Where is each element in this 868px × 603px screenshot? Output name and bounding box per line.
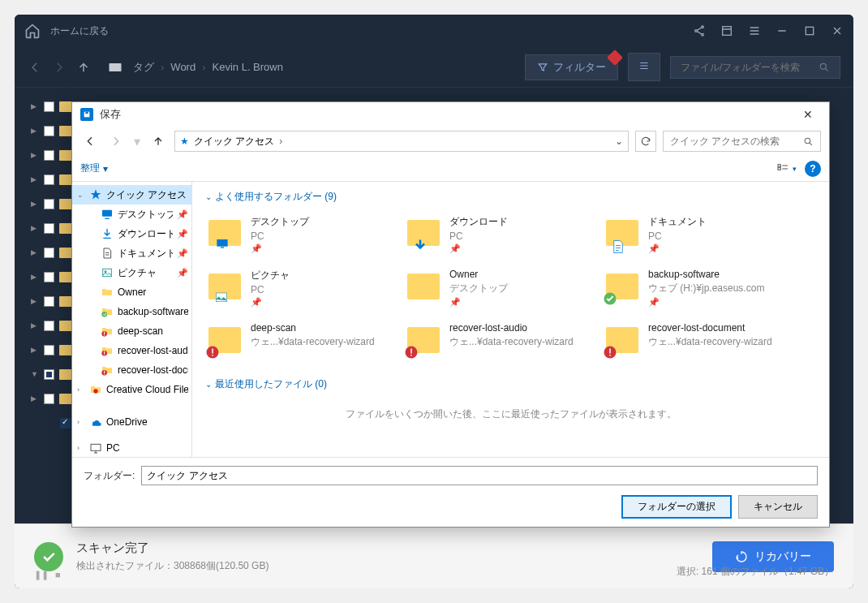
expand-icon[interactable]: ⌄ bbox=[77, 191, 85, 199]
sidebar-item-warn-folder[interactable]: deep-scan bbox=[72, 321, 191, 341]
folder-name: backup-software bbox=[648, 269, 790, 280]
onedrive-icon bbox=[89, 416, 102, 429]
folder-location: PC bbox=[251, 230, 393, 242]
dlg-back-icon[interactable] bbox=[80, 131, 100, 151]
sidebar-item-cc[interactable]: ›Creative Cloud Files bbox=[72, 380, 191, 399]
cancel-button[interactable]: キャンセル bbox=[738, 495, 818, 519]
sidebar-item-warn-folder[interactable]: recover-lost-document bbox=[72, 360, 191, 380]
svg-rect-10 bbox=[778, 164, 780, 166]
folder-item[interactable]: ダウンロードPC📌 bbox=[404, 212, 595, 257]
sidebar-item-label: Owner bbox=[118, 286, 188, 298]
section-frequent-header[interactable]: ⌄ よく使用するフォルダー (9) bbox=[205, 190, 816, 204]
sidebar-item-label: ドキュメント bbox=[118, 247, 173, 261]
download-icon bbox=[101, 227, 114, 240]
select-folder-button[interactable]: フォルダーの選択 bbox=[621, 495, 732, 519]
pin-icon: 📌 bbox=[449, 297, 591, 308]
folder-text: デスクトップPC📌 bbox=[251, 215, 393, 254]
folder-location: ウェブ (H:)¥jp.easeus.com bbox=[648, 282, 790, 295]
help-button[interactable]: ? bbox=[805, 161, 821, 177]
pictures-icon bbox=[101, 266, 114, 279]
chevron-down-icon: ▾ bbox=[103, 163, 108, 174]
star-icon: ★ bbox=[180, 136, 189, 147]
folder-input[interactable] bbox=[141, 466, 818, 485]
section-recent-header[interactable]: ⌄ 最近使用したファイル (0) bbox=[205, 377, 816, 391]
pin-icon: 📌 bbox=[177, 209, 188, 220]
folder-name: deep-scan bbox=[251, 322, 393, 334]
svg-rect-35 bbox=[410, 349, 412, 354]
sidebar-item-document[interactable]: ドキュメント📌 bbox=[72, 243, 191, 263]
address-text: クイック アクセス bbox=[194, 135, 274, 149]
folder-icon bbox=[606, 215, 642, 251]
pin-icon: 📌 bbox=[648, 297, 790, 308]
expand-icon[interactable]: › bbox=[77, 444, 85, 452]
dlg-forward-icon[interactable] bbox=[106, 131, 126, 151]
expand-icon[interactable]: › bbox=[77, 385, 85, 394]
star-icon bbox=[89, 188, 102, 201]
folder-icon bbox=[407, 269, 443, 304]
folder-location: デスクトップ bbox=[449, 282, 591, 295]
sidebar-item-desktop[interactable]: デスクトップ📌 bbox=[72, 205, 191, 224]
folder-name: ピクチャ bbox=[251, 269, 393, 282]
dialog-search-input[interactable] bbox=[670, 136, 803, 147]
document-icon bbox=[101, 247, 114, 260]
desktop-icon bbox=[213, 238, 231, 251]
folder-icon bbox=[208, 269, 244, 304]
svg-rect-27 bbox=[217, 239, 227, 247]
sidebar-item-star[interactable]: ⌄クイック アクセス bbox=[72, 185, 191, 205]
dialog-title: 保存 bbox=[100, 107, 789, 122]
sidebar-item-folder[interactable]: Owner bbox=[72, 282, 191, 302]
desktop-icon bbox=[101, 208, 114, 221]
warn-badge-icon bbox=[603, 345, 617, 360]
sidebar-item-warn-folder[interactable]: recover-lost-audio bbox=[72, 341, 191, 360]
folder-icon bbox=[407, 215, 443, 251]
folder-icon bbox=[407, 322, 443, 358]
folder-item[interactable]: backup-softwareウェブ (H:)¥jp.easeus.com📌 bbox=[603, 265, 793, 311]
folder-text: backup-softwareウェブ (H:)¥jp.easeus.com📌 bbox=[648, 269, 790, 308]
sidebar-item-check-folder[interactable]: backup-software bbox=[72, 302, 191, 321]
sidebar-item-pictures[interactable]: ピクチャ📌 bbox=[72, 263, 191, 282]
folder-item[interactable]: ピクチャPC📌 bbox=[205, 265, 396, 311]
folder-item[interactable]: deep-scanウェ...¥data-recovery-wizard bbox=[205, 319, 396, 361]
svg-rect-20 bbox=[104, 351, 105, 354]
chevron-down-icon: ⌄ bbox=[205, 380, 212, 389]
svg-rect-11 bbox=[778, 167, 780, 170]
organize-button[interactable]: 整理 ▾ bbox=[80, 162, 108, 175]
address-dropdown-icon[interactable]: ⌄ bbox=[615, 136, 623, 147]
sidebar-item-download[interactable]: ダウンロード📌 bbox=[72, 224, 191, 243]
folder-location: ウェ...¥data-recovery-wizard bbox=[648, 335, 790, 349]
svg-rect-13 bbox=[103, 269, 112, 276]
folder-item[interactable]: recover-lost-documentウェ...¥data-recovery… bbox=[603, 319, 793, 361]
sidebar-item-label: OneDrive bbox=[106, 416, 188, 428]
sidebar-item-label: recover-lost-document bbox=[118, 364, 188, 376]
folder-icon bbox=[606, 269, 642, 304]
dialog-toolbar: 整理 ▾ ▾ ? bbox=[72, 156, 829, 182]
folder-location: ウェ...¥data-recovery-wizard bbox=[449, 335, 591, 349]
folder-location: ウェ...¥data-recovery-wizard bbox=[251, 335, 393, 349]
folder-item[interactable]: ドキュメントPC📌 bbox=[603, 212, 793, 257]
folder-location: PC bbox=[251, 284, 393, 295]
folder-item[interactable]: Ownerデスクトップ📌 bbox=[404, 265, 595, 311]
folder-item[interactable]: デスクトップPC📌 bbox=[205, 212, 396, 257]
refresh-button[interactable] bbox=[635, 131, 656, 152]
pc-icon bbox=[89, 441, 102, 454]
folder-name: recover-lost-audio bbox=[449, 322, 591, 334]
sidebar-item-label: ダウンロード bbox=[118, 227, 173, 241]
dlg-dropdown-icon[interactable]: ▾ bbox=[132, 131, 142, 151]
dialog-close-button[interactable]: ✕ bbox=[795, 105, 821, 124]
dialog-search-box[interactable] bbox=[663, 131, 821, 152]
sidebar-item-pc[interactable]: ›PC bbox=[72, 438, 191, 457]
view-options-button[interactable]: ▾ bbox=[772, 159, 798, 179]
sidebar-item-onedrive[interactable]: ›OneDrive bbox=[72, 412, 191, 432]
svg-rect-38 bbox=[609, 349, 611, 354]
warn-folder-icon bbox=[101, 325, 114, 338]
folder-item[interactable]: recover-lost-audioウェ...¥data-recovery-wi… bbox=[404, 319, 595, 361]
sidebar-item-label: デスクトップ bbox=[118, 208, 173, 222]
pin-icon: 📌 bbox=[449, 243, 591, 254]
pictures-icon bbox=[213, 291, 231, 304]
folder-name: デスクトップ bbox=[251, 215, 393, 229]
svg-rect-39 bbox=[609, 355, 611, 356]
folder-input-row: フォルダー: bbox=[84, 466, 818, 485]
expand-icon[interactable]: › bbox=[77, 418, 85, 426]
dlg-up-icon[interactable] bbox=[148, 131, 168, 151]
address-bar[interactable]: ★ クイック アクセス › ⌄ bbox=[174, 131, 629, 152]
